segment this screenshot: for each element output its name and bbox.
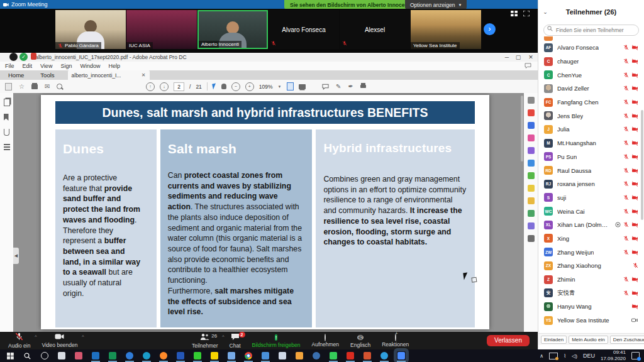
taskbar-outlook-icon[interactable] bbox=[91, 351, 100, 360]
taskbar-edge-icon[interactable] bbox=[142, 351, 151, 360]
participant-row[interactable]: Ssuji bbox=[538, 191, 644, 205]
save-icon[interactable] bbox=[5, 83, 12, 90]
tray-network-icon[interactable]: ⌇ bbox=[564, 353, 566, 359]
request-signatures-icon[interactable] bbox=[528, 185, 535, 192]
taskbar-kakaotalk-icon[interactable] bbox=[210, 351, 219, 360]
document-scrollbar[interactable] bbox=[521, 96, 523, 162]
create-pdf-icon[interactable] bbox=[528, 109, 535, 116]
participants-scrollbar[interactable] bbox=[641, 110, 643, 220]
taskbar-sticky-notes-icon[interactable] bbox=[295, 351, 304, 360]
gallery-view-icon[interactable] bbox=[511, 11, 518, 16]
options-button[interactable]: Optionen anzeigen ▼ bbox=[405, 0, 467, 9]
participant-row[interactable]: AFAlvaro Fonseca bbox=[538, 41, 644, 55]
bookmarks-icon[interactable] bbox=[4, 114, 10, 121]
participant-row[interactable]: ZXZhang Xiaohong bbox=[538, 259, 644, 273]
menu-edit[interactable]: Edit bbox=[23, 63, 33, 69]
mail-icon[interactable]: ✉ bbox=[45, 83, 50, 90]
attachments-icon[interactable] bbox=[4, 129, 10, 136]
taskbar-whatsapp-icon[interactable] bbox=[329, 351, 338, 360]
pencil-tool-icon[interactable]: ✎ bbox=[336, 83, 341, 90]
zoom-caret-icon[interactable]: ▼ bbox=[278, 85, 282, 89]
protect-icon[interactable] bbox=[528, 222, 535, 229]
tab-tools[interactable]: Tools bbox=[32, 70, 62, 80]
participant-row[interactable]: RDRaul Daussa bbox=[538, 163, 644, 177]
participant-row[interactable]: Jens Bley bbox=[538, 109, 644, 123]
menu-view[interactable]: View bbox=[40, 63, 52, 69]
video-tile[interactable]: Alberto Innocenti bbox=[197, 10, 268, 49]
zoom-in-icon[interactable]: + bbox=[245, 82, 254, 91]
participant-row[interactable]: XXing bbox=[538, 232, 644, 246]
next-page-icon[interactable]: ↓ bbox=[160, 82, 169, 91]
leave-meeting-button[interactable]: Verlassen bbox=[487, 335, 530, 346]
participant-row[interactable]: YSYellow Sea Institute bbox=[538, 314, 644, 327]
allow-attendees-button[interactable]: Den Zuschauern gestatten, di bbox=[610, 336, 644, 344]
hand-tool-icon[interactable] bbox=[221, 84, 226, 89]
zoom-level-select[interactable]: 109% bbox=[259, 84, 273, 90]
sign-tool-icon[interactable]: ✒ bbox=[348, 83, 353, 90]
participant-row[interactable]: Cchauger bbox=[538, 55, 644, 69]
my-audio-button[interactable]: Mein Audio ein bbox=[569, 336, 608, 344]
taskbar-photos-icon[interactable] bbox=[261, 351, 270, 360]
participant-row[interactable]: FCFangfang Chen bbox=[538, 96, 644, 109]
tray-chevron-icon[interactable]: ∧ bbox=[540, 353, 543, 359]
tray-clock[interactable]: 09:41 17.09.2020 bbox=[601, 349, 626, 361]
invite-button[interactable]: Einladen bbox=[541, 336, 567, 344]
participant-row[interactable]: Hanyu Wang bbox=[538, 300, 644, 314]
print-icon[interactable] bbox=[31, 84, 38, 89]
find-icon[interactable] bbox=[57, 84, 62, 89]
video-tile[interactable]: Alexsel bbox=[340, 10, 410, 49]
sidebar-collapse-handle[interactable]: ◀ bbox=[13, 248, 19, 264]
menu-help[interactable]: Help bbox=[108, 63, 120, 69]
participant-row[interactable]: 安安悦青 bbox=[538, 286, 644, 300]
zoom-out-icon[interactable]: − bbox=[231, 82, 240, 91]
participant-row[interactable]: XLXihan Lan (Dolmetscher) bbox=[538, 218, 644, 232]
participant-row[interactable]: JJulia bbox=[538, 123, 644, 136]
toolbar-chat[interactable]: Chat2 bbox=[224, 332, 247, 349]
comment-bubble-icon[interactable] bbox=[525, 63, 531, 69]
taskbar-store-icon[interactable] bbox=[57, 351, 66, 360]
taskbar-excel-icon[interactable] bbox=[108, 351, 117, 360]
taskbar-paint3d-icon[interactable] bbox=[74, 351, 83, 360]
toolbar-reaktionen[interactable]: Reaktionen bbox=[376, 332, 414, 349]
taskbar-word-icon[interactable] bbox=[176, 351, 185, 360]
participant-row[interactable]: CChenYue bbox=[538, 68, 644, 82]
tab-home[interactable]: Home bbox=[0, 70, 32, 80]
maximize-button[interactable]: ▢ bbox=[513, 53, 524, 62]
fill-sign-icon[interactable] bbox=[528, 147, 535, 154]
menu-sign[interactable]: Sign bbox=[60, 63, 72, 69]
participant-row[interactable]: PSPu Sun bbox=[538, 150, 644, 164]
taskbar-search-icon[interactable] bbox=[23, 351, 32, 360]
toolbar-audio-ein[interactable]: Audio ein^ bbox=[3, 332, 36, 349]
participant-search-input[interactable] bbox=[543, 25, 639, 36]
taskbar-start-icon[interactable] bbox=[6, 351, 15, 360]
tray-language[interactable]: DEU bbox=[583, 353, 595, 359]
toolbar-aufnehmen[interactable]: Aufnehmen bbox=[306, 332, 345, 349]
stamp-icon[interactable] bbox=[528, 210, 535, 217]
participant-row[interactable]: ZWZhang Weijun bbox=[538, 245, 644, 259]
taskbar-cortana-icon[interactable] bbox=[40, 351, 49, 360]
video-tile[interactable]: Yellow Sea Institute bbox=[411, 10, 481, 49]
comment-tool-icon[interactable] bbox=[322, 84, 329, 90]
close-button[interactable]: ✕ bbox=[525, 53, 536, 62]
participant-row[interactable]: MMt.Huangshan bbox=[538, 136, 644, 150]
taskbar-chrome-icon[interactable] bbox=[244, 351, 253, 360]
organize-pages-icon[interactable] bbox=[528, 134, 535, 141]
toolbar-video-beenden[interactable]: Video beenden^ bbox=[36, 332, 83, 349]
stamp-tool-icon[interactable] bbox=[360, 85, 366, 88]
fullscreen-icon[interactable] bbox=[523, 11, 530, 16]
participant-row[interactable]: RJroxana jensen bbox=[538, 177, 644, 191]
select-tool-icon[interactable] bbox=[212, 83, 217, 89]
taskbar-browser-globe-icon[interactable] bbox=[312, 351, 321, 360]
layers-icon[interactable] bbox=[4, 144, 10, 151]
toolbar-englisch[interactable]: ENEnglisch bbox=[345, 332, 376, 349]
chevron-up-icon[interactable]: ^ bbox=[82, 334, 84, 339]
notification-center-icon[interactable] bbox=[631, 352, 640, 359]
video-tile[interactable]: IUC ASIA bbox=[126, 10, 197, 49]
star-icon[interactable]: ☆ bbox=[19, 83, 25, 90]
taskbar-powerpoint-icon[interactable] bbox=[363, 351, 372, 360]
participant-row[interactable]: David Zeller bbox=[538, 82, 644, 96]
tray-display-icon[interactable] bbox=[549, 353, 558, 359]
next-videos-button[interactable]: › bbox=[484, 23, 496, 35]
taskbar-onedrive-icon[interactable] bbox=[278, 351, 287, 360]
participant-row[interactable]: WCWeina Cai bbox=[538, 204, 644, 218]
